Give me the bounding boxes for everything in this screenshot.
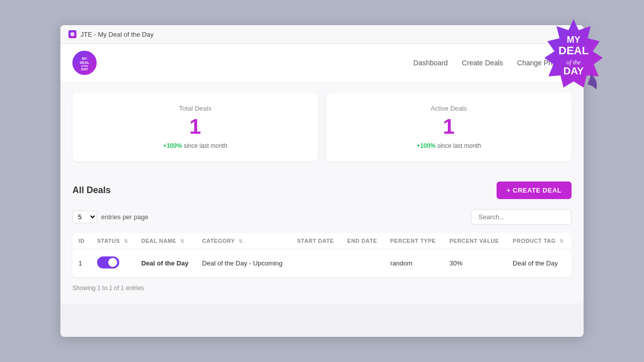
stat-since-text-total: since last month: [182, 142, 227, 149]
stat-card-total-deals: Total Deals 1 +100% since last month: [72, 93, 318, 161]
col-header-percent-type: PERCENT TYPE: [384, 233, 443, 249]
stat-label-total: Total Deals: [89, 105, 302, 112]
svg-text:DEAL: DEAL: [558, 44, 589, 57]
sort-icon-category: ⇅: [238, 238, 243, 244]
browser-tab: JTE - My Deal of the Day: [60, 25, 584, 44]
table-header: ID STATUS ⇅ DEAL NAME ⇅ CATEGORY ⇅: [72, 233, 572, 249]
stat-positive-total: +100%: [163, 142, 182, 149]
stat-since-total: +100% since last month: [89, 142, 302, 149]
nav-logo: MY DEAL of the DAY: [72, 51, 97, 75]
tab-title: JTE - My Deal of the Day: [80, 31, 153, 38]
col-header-id: ID: [72, 233, 91, 249]
sort-icon-status: ⇅: [124, 238, 128, 244]
col-header-deal-name[interactable]: DEAL NAME ⇅: [135, 233, 196, 249]
sort-icon-deal-name: ⇅: [180, 238, 185, 244]
create-deal-button[interactable]: + CREATE DEAL: [497, 182, 572, 199]
stat-positive-active: +100%: [417, 142, 436, 149]
cell-product-tag: Deal of the Day: [507, 249, 572, 278]
table-row: 1 Deal of the Day Deal of the Day - Upco…: [72, 249, 572, 278]
svg-text:DAY: DAY: [564, 65, 584, 76]
svg-text:of the: of the: [566, 58, 581, 66]
svg-text:DEAL: DEAL: [79, 61, 90, 64]
search-input[interactable]: [471, 209, 572, 225]
cell-category: Deal of the Day - Upcoming: [196, 249, 291, 278]
col-header-category[interactable]: CATEGORY ⇅: [196, 233, 291, 249]
svg-text:DAY: DAY: [81, 67, 88, 71]
nav-link-create-deals[interactable]: Create Deals: [462, 59, 503, 67]
svg-point-4: [70, 32, 74, 36]
svg-text:MY: MY: [567, 35, 581, 45]
col-header-status[interactable]: STATUS ⇅: [91, 233, 135, 249]
stats-row: Total Deals 1 +100% since last month Act…: [60, 82, 584, 171]
stat-since-text-active: since last month: [436, 142, 481, 149]
stat-since-active: +100% since last month: [342, 142, 555, 149]
nav-link-dashboard[interactable]: Dashboard: [414, 59, 448, 67]
svg-text:MY: MY: [82, 57, 88, 60]
col-header-product-tag[interactable]: PRODUCT TAG ⇅: [507, 233, 572, 249]
deals-table: ID STATUS ⇅ DEAL NAME ⇅ CATEGORY ⇅: [72, 233, 572, 278]
deals-section: All Deals + CREATE DEAL 5 10 25 entries …: [60, 171, 584, 304]
cell-percent-type: random: [384, 249, 443, 278]
table-controls: 5 10 25 entries per page: [72, 209, 572, 225]
cell-end-date: [341, 249, 384, 278]
entries-control: 5 10 25 entries per page: [72, 211, 148, 223]
cell-start-date: [291, 249, 341, 278]
sort-icon-product-tag: ⇅: [559, 238, 564, 244]
col-header-end-date: END DATE: [341, 233, 384, 249]
nav-bar: MY DEAL of the DAY Dashboard Create Deal…: [60, 44, 584, 82]
showing-entries-text: Showing 1 to 1 of 1 entries: [72, 285, 572, 292]
stat-value-total: 1: [89, 116, 302, 137]
table-body: 1 Deal of the Day Deal of the Day - Upco…: [72, 249, 572, 278]
deals-header: All Deals + CREATE DEAL: [72, 182, 572, 199]
cell-status: [91, 249, 135, 278]
tab-favicon: [68, 30, 76, 38]
status-toggle[interactable]: [97, 256, 119, 268]
cell-id: 1: [72, 249, 91, 278]
col-header-percent-value: PERCENT VALUE: [443, 233, 507, 249]
stat-value-active: 1: [342, 116, 555, 137]
stat-label-active: Active Deals: [342, 105, 555, 112]
cell-percent-value: 30%: [443, 249, 507, 278]
entries-label: entries per page: [101, 213, 148, 221]
cell-deal-name: Deal of the Day: [135, 249, 196, 278]
entries-per-page-select[interactable]: 5 10 25: [72, 211, 97, 223]
stat-card-active-deals: Active Deals 1 +100% since last month: [326, 93, 572, 161]
col-header-start-date: START DATE: [291, 233, 341, 249]
deals-title: All Deals: [72, 185, 111, 196]
badge-sticker: MY DEAL of the DAY: [533, 15, 614, 96]
